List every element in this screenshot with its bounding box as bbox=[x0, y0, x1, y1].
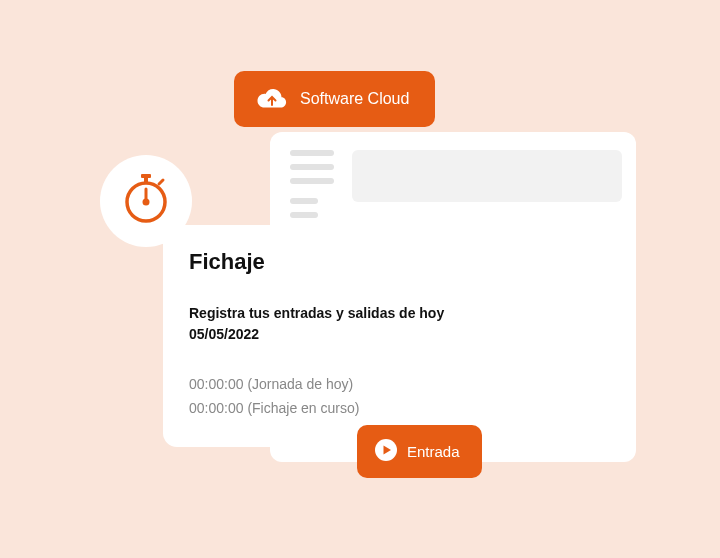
entrada-label: Entrada bbox=[407, 443, 460, 460]
time-today: 00:00:00 (Jornada de hoy) bbox=[189, 373, 501, 397]
stopwatch-icon bbox=[124, 174, 168, 228]
software-cloud-badge: Software Cloud bbox=[234, 71, 435, 127]
entrada-button[interactable]: Entrada bbox=[357, 425, 482, 478]
play-icon bbox=[375, 439, 397, 464]
card-subtitle: Registra tus entradas y salidas de hoy 0… bbox=[189, 303, 501, 345]
subtitle-line2: 05/05/2022 bbox=[189, 324, 501, 345]
card-title: Fichaje bbox=[189, 249, 501, 275]
sidebar-lines bbox=[290, 150, 334, 226]
subtitle-line1: Registra tus entradas y salidas de hoy bbox=[189, 303, 501, 324]
cloud-upload-icon bbox=[256, 87, 288, 111]
cloud-badge-label: Software Cloud bbox=[300, 90, 409, 108]
svg-line-5 bbox=[159, 180, 163, 184]
time-current: 00:00:00 (Fichaje en curso) bbox=[189, 397, 501, 421]
content-placeholder bbox=[352, 150, 622, 202]
fichaje-card: Fichaje Registra tus entradas y salidas … bbox=[163, 225, 527, 447]
